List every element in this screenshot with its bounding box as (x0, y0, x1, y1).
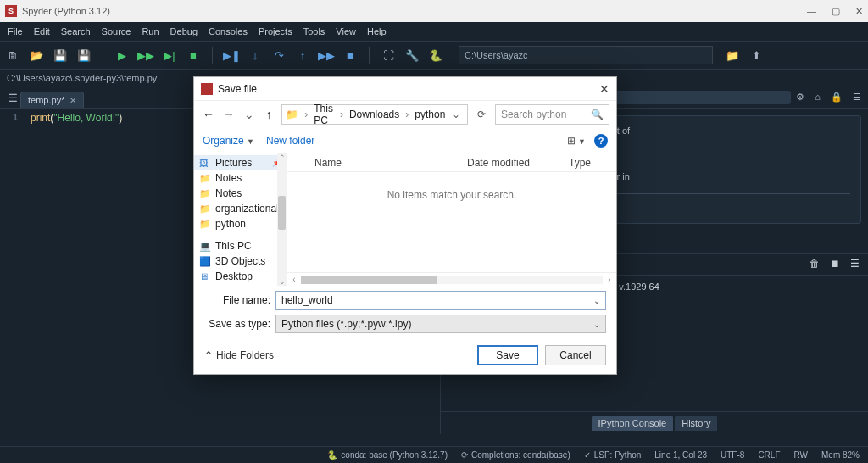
search-input[interactable]: Search python 🔍 (495, 104, 609, 125)
menu-projects[interactable]: Projects (254, 25, 297, 38)
scroll-left-icon[interactable]: ‹ (287, 275, 301, 284)
filetype-select[interactable]: Python files (*.py;*.pyw;*.ipy) ⌄ (275, 315, 606, 333)
crumb-downloads[interactable]: Downloads (346, 109, 403, 120)
debug-icon[interactable]: ▶❚ (224, 47, 239, 63)
help-icon[interactable]: ? (594, 134, 608, 148)
menu-view[interactable]: View (331, 25, 360, 38)
scroll-up-icon[interactable]: ⌃ (277, 153, 287, 162)
tree-item-this-pc[interactable]: 💻This PC (194, 238, 287, 254)
nav-back-icon[interactable]: ← (201, 108, 216, 121)
crumb-python[interactable]: python (411, 109, 448, 120)
maximize-icon[interactable]: ▢ (832, 6, 840, 17)
preferences-icon[interactable]: 🔧 (404, 47, 420, 63)
tab-history[interactable]: History (675, 416, 717, 431)
working-dir-box[interactable]: C:\Users\ayazc (459, 46, 713, 64)
stop-debug-icon[interactable]: ■ (342, 47, 358, 63)
tab-ipython-console[interactable]: IPython Console (592, 416, 674, 431)
console-stop-icon[interactable]: ⏹ (830, 258, 840, 270)
run-icon[interactable]: ▶ (114, 47, 130, 63)
menu-tools[interactable]: Tools (299, 25, 330, 38)
menu-consoles[interactable]: Consoles (204, 25, 252, 38)
horizontal-scrollbar[interactable]: ‹ › (287, 272, 616, 286)
menu-search[interactable]: Search (57, 25, 95, 38)
chevron-right-icon[interactable]: › (302, 109, 310, 120)
tree-item-notes[interactable]: 📁Notes (194, 170, 287, 186)
parent-dir-icon[interactable]: ⬆ (748, 47, 764, 63)
menu-icon[interactable]: ☰ (853, 92, 861, 103)
status-memory[interactable]: Mem 82% (821, 450, 860, 460)
status-conda[interactable]: 🐍 conda: base (Python 3.12.7) (327, 450, 448, 460)
stop-icon[interactable]: ■ (186, 47, 201, 63)
step-over-icon[interactable]: ↷ (271, 47, 287, 63)
crumb-this-pc[interactable]: This PC (310, 103, 337, 126)
gear-icon[interactable]: ⚙ (796, 92, 804, 103)
hide-folders-toggle[interactable]: ⌃ Hide Folders (204, 349, 274, 361)
menu-debug[interactable]: Debug (166, 25, 202, 38)
step-in-icon[interactable]: ↓ (248, 47, 263, 63)
scroll-down-icon[interactable]: ⌄ (277, 277, 287, 286)
cancel-button[interactable]: Cancel (545, 345, 606, 365)
filename-input[interactable]: hello_world ⌄ (275, 291, 606, 310)
step-out-icon[interactable]: ↑ (295, 47, 310, 63)
nav-forward-icon[interactable]: → (221, 108, 236, 121)
status-eol[interactable]: CRLF (758, 450, 780, 460)
nav-up-icon[interactable]: ↑ (261, 108, 276, 121)
search-icon[interactable]: 🔍 (591, 109, 604, 120)
browse-dir-icon[interactable]: 📁 (725, 47, 740, 63)
column-type[interactable]: Type (560, 157, 611, 169)
tree-item-3d-objects[interactable]: 🟦3D Objects (194, 254, 287, 269)
scroll-right-icon[interactable]: › (603, 275, 616, 284)
run-selection-icon[interactable]: ▶| (162, 47, 177, 63)
tree-scrollbar[interactable]: ⌃ ⌄ (277, 153, 287, 286)
column-date[interactable]: Date modified (459, 157, 560, 169)
close-tab-icon[interactable]: ✕ (70, 96, 76, 105)
folder-tree[interactable]: 🖼Pictures📌 📁Notes 📁Notes 📁organizational… (194, 153, 287, 286)
filetype-dropdown-icon[interactable]: ⌄ (593, 320, 600, 329)
python-path-icon[interactable]: 🐍 (428, 47, 443, 63)
lock-icon[interactable]: 🔒 (831, 92, 843, 103)
menu-run[interactable]: Run (137, 25, 163, 38)
file-list-icon[interactable]: ☰ (5, 89, 20, 108)
minimize-icon[interactable]: ― (807, 6, 816, 17)
tree-item-notes[interactable]: 📁Notes (194, 186, 287, 201)
tree-item-organizational[interactable]: 📁organizational d (194, 201, 287, 216)
menu-source[interactable]: Source (97, 25, 136, 38)
dialog-close-icon[interactable]: ✕ (599, 82, 609, 96)
maximize-pane-icon[interactable]: ⛶ (381, 47, 396, 63)
chevron-right-icon[interactable]: › (337, 109, 346, 120)
column-name[interactable]: Name (306, 157, 459, 169)
continue-icon[interactable]: ▶▶ (319, 47, 334, 63)
save-button[interactable]: Save (477, 345, 538, 365)
new-file-icon[interactable]: 🗎 (5, 47, 20, 63)
status-encoding[interactable]: UTF-8 (721, 450, 744, 460)
filename-dropdown-icon[interactable]: ⌄ (593, 296, 600, 305)
scroll-thumb[interactable] (301, 276, 437, 284)
save-all-icon[interactable]: 💾 (76, 47, 92, 63)
open-icon[interactable]: 📂 (29, 47, 44, 63)
chevron-down-icon[interactable]: ⌄ (448, 109, 464, 120)
editor-tab-temp[interactable]: temp.py* ✕ (20, 92, 84, 108)
status-lsp[interactable]: ✓ LSP: Python (584, 450, 642, 460)
save-icon[interactable]: 💾 (53, 47, 68, 63)
nav-recent-icon[interactable]: ⌄ (242, 108, 257, 121)
menu-edit[interactable]: Edit (30, 25, 54, 38)
status-completions[interactable]: ⟳ Completions: conda(base) (461, 450, 570, 460)
chevron-right-icon[interactable]: › (403, 109, 411, 120)
view-options-icon[interactable]: ⊞ ▼ (567, 135, 586, 147)
tree-item-python[interactable]: 📁python (194, 216, 287, 232)
console-menu-icon[interactable]: ☰ (850, 258, 860, 270)
tree-item-documents[interactable]: 📄Documents (194, 284, 287, 286)
organize-button[interactable]: Organize ▼ (203, 135, 254, 147)
close-icon[interactable]: ✕ (855, 6, 863, 17)
run-cell-icon[interactable]: ▶▶ (138, 47, 153, 63)
menu-help[interactable]: Help (363, 25, 391, 38)
menu-file[interactable]: File (3, 25, 27, 38)
tree-item-pictures[interactable]: 🖼Pictures📌 (194, 155, 287, 170)
scroll-thumb[interactable] (278, 196, 286, 230)
refresh-icon[interactable]: ⟳ (473, 109, 490, 120)
breadcrumb-box[interactable]: 📁 › This PC › Downloads › python ⌄ (281, 104, 468, 125)
status-rw[interactable]: RW (794, 450, 808, 460)
tree-item-desktop[interactable]: 🖥Desktop (194, 269, 287, 284)
new-folder-button[interactable]: New folder (266, 135, 314, 147)
home-icon[interactable]: ⌂ (815, 92, 821, 103)
